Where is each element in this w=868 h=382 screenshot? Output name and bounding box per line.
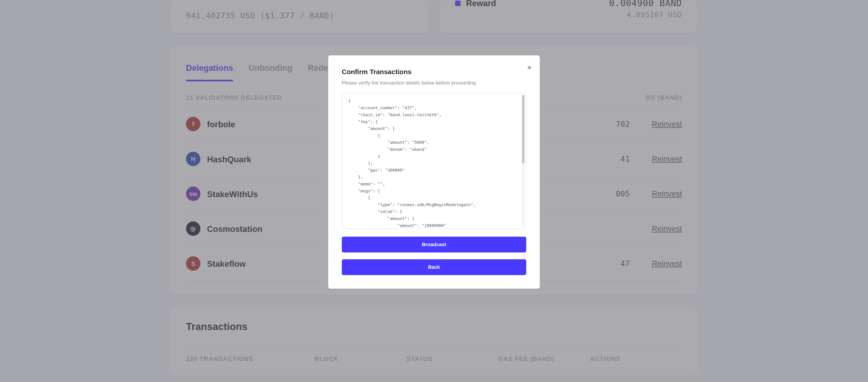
- confirm-transactions-modal: × Confirm Transactions Please verify the…: [328, 55, 540, 289]
- json-scrollbar[interactable]: [522, 95, 525, 226]
- broadcast-button[interactable]: Broadcast: [342, 237, 526, 253]
- transaction-json-text: { "account_number": "437", "chain_id": "…: [348, 99, 476, 228]
- transaction-json-preview[interactable]: { "account_number": "437", "chain_id": "…: [342, 93, 526, 228]
- modal-title: Confirm Transactions: [342, 68, 526, 76]
- json-scroll-thumb[interactable]: [522, 95, 525, 163]
- back-button[interactable]: Back: [342, 259, 526, 275]
- modal-subtitle: Please verify the transaction details be…: [342, 79, 504, 87]
- modal-overlay[interactable]: × Confirm Transactions Please verify the…: [0, 0, 868, 382]
- close-icon[interactable]: ×: [527, 64, 532, 71]
